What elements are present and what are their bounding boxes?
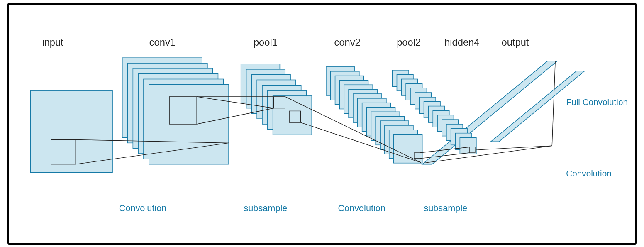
- svg-line-63: [476, 146, 552, 150]
- layer-label-pool1: pool1: [254, 37, 278, 47]
- svg-rect-52: [460, 137, 476, 154]
- op-label-subsample-b: subsample: [424, 203, 467, 213]
- diagram-panel: input conv1 pool1 conv2 pool2 hidden4 ou…: [7, 3, 637, 245]
- layer-label-pool2: pool2: [397, 37, 421, 47]
- layer-conv1: [122, 58, 229, 164]
- svg-rect-17: [273, 95, 312, 135]
- op-label-subsample-a: subsample: [244, 203, 287, 213]
- op-label-conv-a: Convolution: [119, 203, 167, 213]
- layer-label-input: input: [42, 37, 63, 47]
- svg-line-65: [552, 61, 555, 146]
- op-label-conv-b: Convolution: [338, 203, 385, 213]
- layer-input: [31, 90, 112, 172]
- op-label-conv-c: Convolution: [566, 169, 611, 178]
- layer-label-conv2: conv2: [334, 37, 361, 47]
- layer-label-conv1: conv1: [149, 37, 176, 47]
- cnn-architecture-diagram: input conv1 pool1 conv2 pool2 hidden4 ou…: [9, 5, 635, 243]
- layer-label-hidden4: hidden4: [444, 37, 479, 47]
- layer-label-output: output: [502, 37, 529, 47]
- layer-pool1: [241, 64, 312, 135]
- svg-rect-2: [31, 90, 112, 172]
- op-label-full-conv-1: Full Convolution: [566, 97, 628, 106]
